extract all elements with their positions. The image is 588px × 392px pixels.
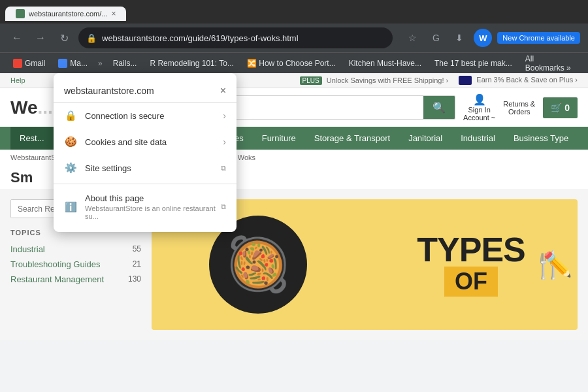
returns-line2: Orders (508, 108, 531, 116)
url-text: webstaurantstore.com/guide/619/types-of-… (102, 33, 299, 43)
bookmark-port[interactable]: 🔀 How to Choose Port... (242, 57, 341, 69)
popup-divider (54, 184, 237, 184)
browser-chrome: webstaurantstore.com/... × ← → ↻ 🔒 webst… (0, 0, 588, 73)
topic-troubleshooting[interactable]: Troubleshooting Guides 21 (10, 257, 141, 272)
topic-troubleshooting-count: 21 (133, 259, 141, 269)
bookmark-maps[interactable]: Ma... (53, 57, 93, 69)
top-bar-arrow1: › (446, 76, 449, 84)
nav-item-furniture[interactable]: Furniture (253, 127, 305, 150)
bookmarks-more[interactable]: » (95, 59, 105, 68)
bookmarks-bar: Gmail Ma... » Rails... R Remodeling 101:… (0, 52, 588, 73)
browser-actions: ☆ G ⬇ W New Chrome available (403, 29, 580, 47)
all-bookmarks[interactable]: All Bookmarks » (520, 53, 580, 74)
topic-restaurant-label: Restaurant Management (10, 274, 104, 284)
search-button[interactable]: 🔍 (423, 96, 455, 119)
nav-item-business[interactable]: Business Type (504, 127, 578, 150)
topic-restaurant[interactable]: Restaurant Management 130 (10, 272, 141, 287)
credit-card-icon (459, 76, 472, 85)
nav-item-industrial[interactable]: Industrial (451, 127, 504, 150)
popup-settings-arrow: ⧉ (221, 164, 226, 172)
earn-text: Earn 3% Back & Save on Plus (476, 76, 573, 84)
address-bar: ← → ↻ 🔒 webstaurantstore.com/guide/619/t… (0, 24, 588, 52)
popup-item-settings[interactable]: ⚙️ Site settings ⧉ (54, 155, 237, 181)
top-bar-arrow2: › (575, 76, 578, 84)
wok-emoji: 🥘 (225, 234, 291, 295)
gmail-icon (13, 59, 22, 68)
logo-text: We (10, 97, 38, 118)
popup-header: webstaurantstore.com × (54, 78, 237, 103)
unlock-savings-text: Unlock Savings with FREE Shipping! (327, 76, 444, 84)
returns-button[interactable]: Returns & Orders (503, 100, 535, 116)
popup-about-desc: WebstaurantStore is an online restaurant… (85, 204, 221, 220)
earn-text-group: Earn 3% Back & Save on Plus › (459, 76, 578, 85)
forward-button[interactable]: → (31, 29, 50, 47)
url-bar[interactable]: 🔒 webstaurantstore.com/guide/619/types-o… (78, 27, 393, 48)
bookmark-gmail[interactable]: Gmail (8, 57, 50, 69)
extension-button[interactable]: G (427, 29, 445, 47)
help-link[interactable]: Help (10, 76, 25, 84)
tab-close-button[interactable]: × (111, 9, 116, 18)
topic-industrial-count: 55 (133, 244, 141, 254)
plus-badge: PLUS (300, 76, 322, 85)
bookmark-button[interactable]: ☆ (403, 29, 421, 47)
popup-item-secure[interactable]: 🔒 Connection is secure › (54, 103, 237, 129)
active-tab[interactable]: webstaurantstore.com/... × (5, 7, 126, 21)
tab-title: webstaurantstore.com/... (29, 10, 107, 18)
account-line2: Account ~ (463, 114, 495, 122)
popup-item-about[interactable]: ℹ️ About this page WebstaurantStore is a… (54, 187, 237, 227)
header-actions: 👤 Sign In Account ~ Returns & Orders 🛒 0 (463, 93, 578, 122)
bookmark-gmail-label: Gmail (25, 59, 45, 68)
bookmark-rails[interactable]: Rails... (108, 57, 142, 69)
bookmark-remodeling[interactable]: R Remodeling 101: To... (144, 57, 239, 69)
nav-item-storage[interactable]: Storage & Transport (305, 127, 399, 150)
plus-unlock-text: PLUS Unlock Savings with FREE Shipping! … (300, 76, 449, 84)
cart-button[interactable]: 🛒 0 (543, 97, 578, 118)
cookie-popup-icon: 🍪 (64, 135, 77, 148)
of-text: OF (444, 267, 498, 297)
popup-close-button[interactable]: × (220, 85, 226, 97)
page-heading-text: Sm (10, 169, 33, 186)
top-bar-right: PLUS Unlock Savings with FREE Shipping! … (300, 76, 578, 85)
popup-secure-arrow: › (223, 110, 226, 121)
bookmark-pie[interactable]: The 17 best pie mak... (429, 57, 517, 69)
reload-button[interactable]: ↻ (55, 29, 73, 47)
lock-icon: 🔒 (86, 33, 97, 43)
profile-button[interactable]: W (474, 29, 492, 47)
popup-about-arrow: ⧉ (221, 203, 226, 211)
popup-item-secure-label: Connection is secure (85, 111, 164, 121)
nav-item-janitorial[interactable]: Janitorial (399, 127, 451, 150)
popup-about-label: About this page (85, 193, 221, 203)
nav-item-rest[interactable]: Rest... (10, 127, 54, 150)
tab-favicon (16, 9, 25, 18)
types-text: TYPES (417, 233, 525, 267)
lock-popup-icon: 🔒 (64, 109, 77, 122)
site-info-popup: webstaurantstore.com × 🔒 Connection is s… (54, 73, 237, 232)
download-button[interactable]: ⬇ (450, 29, 468, 47)
tab-bar: webstaurantstore.com/... × (0, 0, 588, 24)
popup-about-content: About this page WebstaurantStore is an o… (85, 193, 221, 220)
bookmark-maps-label: Ma... (70, 59, 88, 68)
account-line1: Sign In (468, 106, 491, 114)
bookmark-kitchen[interactable]: Kitchen Must-Have... (344, 57, 427, 69)
topic-troubleshooting-label: Troubleshooting Guides (10, 259, 101, 269)
topic-industrial[interactable]: Industrial 55 (10, 242, 141, 257)
popup-item-settings-label: Site settings (85, 163, 131, 173)
cart-count: 0 (564, 103, 570, 113)
popup-cookies-arrow: › (223, 137, 226, 147)
topic-restaurant-count: 130 (128, 274, 141, 284)
back-button[interactable]: ← (8, 29, 26, 47)
logo-text-rest: ... (38, 97, 53, 118)
popup-item-cookies[interactable]: 🍪 Cookies and site data › (54, 129, 237, 155)
maps-icon (58, 59, 67, 68)
new-chrome-badge[interactable]: New Chrome available (497, 32, 580, 44)
info-popup-icon: ℹ️ (64, 201, 77, 214)
user-icon: 👤 (473, 93, 486, 106)
settings-popup-icon: ⚙️ (64, 161, 77, 174)
pencil-icon: ✏️ (543, 251, 572, 278)
returns-line1: Returns & (503, 100, 535, 108)
popup-item-cookies-label: Cookies and site data (85, 137, 167, 147)
popup-title: webstaurantstore.com (64, 86, 154, 96)
topic-industrial-label: Industrial (10, 244, 45, 254)
account-button[interactable]: 👤 Sign In Account ~ (463, 93, 495, 122)
site-logo[interactable]: We... (10, 97, 53, 118)
